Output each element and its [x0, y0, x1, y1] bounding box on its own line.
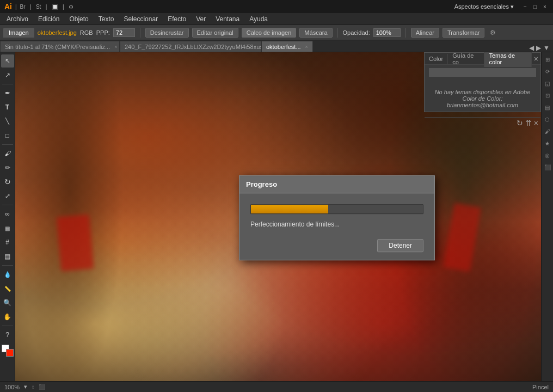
hand-tool[interactable]: ✋ — [1, 310, 14, 323]
help-tool[interactable]: ? — [1, 328, 14, 341]
graph-tool[interactable]: ▦ — [1, 222, 14, 235]
canvas-area[interactable]: Color Guía de co Temas de color × No hay… — [15, 52, 541, 392]
doc-tab-1[interactable]: 240_F_79227252_fRJxLbLtXZzw2D2tyyuMI4i58… — [120, 41, 261, 52]
scale-tool[interactable]: ⤢ — [1, 189, 14, 203]
title-bar: Ai | Br | St | 🔲 | ⚙ 🔍 × Aspectos esenci… — [0, 0, 553, 13]
transformar-button[interactable]: Transformar — [443, 28, 485, 38]
menu-seleccionar[interactable]: Seleccionar — [119, 14, 162, 24]
zoom-tool[interactable]: 🔍 — [1, 296, 14, 309]
minimize-button[interactable]: − — [521, 3, 529, 10]
mesh-tool[interactable]: # — [1, 236, 14, 249]
color-themes-header: Color Guía de co Temas de color × — [425, 53, 540, 65]
select-tool[interactable]: ↖ — [1, 54, 14, 68]
ct-footer: ↻ ⇈ × — [425, 117, 540, 128]
fill-stroke-indicator[interactable] — [2, 345, 14, 357]
panel-btn-9[interactable]: ◎ — [543, 150, 552, 160]
panel-btn-6[interactable]: ⬡ — [543, 114, 552, 124]
line-tool[interactable]: ╲ — [1, 115, 14, 128]
more-options-icon[interactable]: ⚙ — [490, 29, 496, 36]
imagen-tab[interactable]: Imagen — [3, 28, 34, 38]
menu-ayuda[interactable]: Ayuda — [245, 14, 272, 24]
ct-refresh-icon[interactable]: ↻ — [517, 119, 523, 127]
panel-btn-5[interactable]: ▤ — [543, 102, 552, 112]
paintbrush-tool[interactable]: 🖌 — [1, 147, 14, 160]
app-logo: Ai — [4, 2, 12, 11]
menu-ver[interactable]: Ver — [192, 14, 210, 24]
filename-label: oktoberfest.jpg — [38, 29, 77, 36]
menu-texto[interactable]: Texto — [94, 14, 119, 24]
eyedropper-tool[interactable]: 💧 — [1, 268, 14, 281]
doc-tab-label-2: oktoberfest... — [266, 44, 301, 50]
editar-original-button[interactable]: Editar original — [192, 28, 238, 38]
guia-co-tab[interactable]: Guía de co — [448, 52, 484, 67]
tool-sep-4 — [2, 265, 13, 266]
zoom-level: 100% — [4, 384, 20, 390]
doc-tab-close-0[interactable]: × — [114, 44, 117, 50]
ct-search-input[interactable] — [429, 68, 536, 77]
mascara-button[interactable]: Máscara — [299, 28, 332, 38]
pencil-tool[interactable]: ✏ — [1, 161, 14, 174]
pen-tool[interactable]: ✒ — [1, 87, 14, 100]
menu-ventana[interactable]: Ventana — [211, 14, 244, 24]
tab-scroll-right[interactable]: ▶ — [536, 44, 541, 52]
ct-share-icon[interactable]: ⇈ — [525, 119, 532, 127]
ct-no-themes-message: No hay temas disponibles en Adobe Color … — [425, 80, 540, 117]
ct-search-bar[interactable] — [425, 65, 540, 80]
doc-tab-close-2[interactable]: × — [305, 44, 308, 50]
options-bar: Imagen oktoberfest.jpg RGB PPP: 72 Desin… — [0, 25, 553, 40]
color-mode-label: RGB — [80, 29, 93, 36]
menu-objeto[interactable]: Objeto — [65, 14, 93, 24]
ppp-label: PPP: — [96, 29, 110, 36]
temas-color-tab[interactable]: Temas de color — [484, 52, 531, 67]
ppp-value: 72 — [113, 28, 135, 37]
workspace-label[interactable]: Aspectos esenciales ▾ — [454, 3, 514, 10]
maximize-button[interactable]: □ — [531, 3, 539, 10]
panel-btn-3[interactable]: ◱ — [543, 78, 552, 88]
color-tab[interactable]: Color — [425, 54, 448, 64]
left-toolbar: ↖ ↗ ✒ T ╲ □ 🖌 ✏ ↻ ⤢ ∞ ▦ # ▤ 💧 📏 🔍 ✋ ? — [0, 52, 15, 392]
panel-btn-10[interactable]: ⬛ — [543, 162, 552, 172]
color-themes-panel: Color Guía de co Temas de color × No hay… — [424, 52, 541, 112]
separator-2 — [337, 28, 338, 38]
progress-bar-background — [250, 204, 423, 214]
menu-edicion[interactable]: Edición — [34, 14, 64, 24]
menu-efecto[interactable]: Efecto — [163, 14, 191, 24]
calco-imagen-dropdown[interactable]: Calco de imagen — [242, 28, 297, 38]
direct-select-tool[interactable]: ↗ — [1, 69, 14, 82]
desincrustar-button[interactable]: Desincrustar — [145, 28, 189, 38]
type-tool[interactable]: T — [1, 101, 14, 114]
tab-menu[interactable]: ▼ — [543, 44, 550, 52]
title-dividers: | — [15, 4, 17, 10]
doc-tab-label-0: Sin título-1 al 71% (CMYK/Previsualiz... — [5, 44, 110, 50]
menu-archivo[interactable]: Archivo — [2, 14, 33, 24]
tab-scroll-left[interactable]: ◀ — [529, 44, 534, 52]
progress-body: Perfeccionamiento de límites... — [239, 193, 434, 237]
panel-btn-1[interactable]: ⊞ — [543, 54, 552, 64]
stop-button[interactable]: Detener — [377, 239, 423, 252]
close-button[interactable]: × — [541, 3, 549, 10]
panel-btn-4[interactable]: ⊡ — [543, 90, 552, 100]
measure-tool[interactable]: 📏 — [1, 282, 14, 295]
panel-btn-2[interactable]: ⟳ — [543, 66, 552, 76]
doc-tab-2[interactable]: oktoberfest... × — [261, 41, 313, 52]
blend-tool[interactable]: ∞ — [1, 207, 14, 220]
alinear-button[interactable]: Alinear — [411, 28, 439, 38]
ct-close-icon[interactable]: × — [532, 54, 540, 63]
doc-tab-0[interactable]: Sin título-1 al 71% (CMYK/Previsualiz...… — [0, 41, 120, 52]
panel-btn-8[interactable]: ★ — [543, 138, 552, 148]
gradient-tool[interactable]: ▤ — [1, 250, 14, 263]
ct-close-footer-icon[interactable]: × — [534, 119, 538, 127]
tool-sep-2 — [2, 144, 13, 145]
progress-bar-fill — [251, 205, 328, 213]
rotate-tool[interactable]: ↻ — [1, 175, 14, 188]
opacidad-input[interactable] — [373, 28, 401, 37]
doc-tab-label-1: 240_F_79227252_fRJxLbLtXZzw2D2tyyuMI4i58… — [125, 44, 261, 50]
artboard-info: ⬛ — [39, 384, 45, 390]
tab-controls: ◀ ▶ ▼ — [529, 44, 553, 52]
document-tabs: Sin título-1 al 71% (CMYK/Previsualiz...… — [0, 40, 553, 52]
main-area: ↖ ↗ ✒ T ╲ □ 🖌 ✏ ↻ ⤢ ∞ ▦ # ▤ 💧 📏 🔍 ✋ ? — [0, 52, 553, 392]
opacidad-label: Opacidad: — [343, 29, 370, 36]
progress-title-bar: Progreso — [239, 176, 434, 193]
panel-btn-7[interactable]: 🖌 — [543, 126, 552, 136]
rectangle-tool[interactable]: □ — [1, 129, 14, 142]
